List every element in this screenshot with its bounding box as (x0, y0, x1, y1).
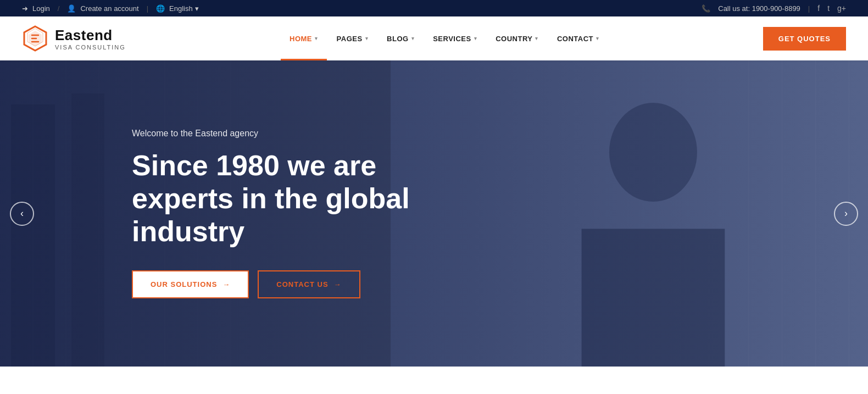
login-icon: ➜ (22, 4, 28, 13)
hero-buttons: OUR SOLUTIONS → CONTACT US → (132, 270, 429, 298)
nav-item-services[interactable]: SERVICES ▾ (424, 16, 486, 60)
language-label: English (169, 4, 193, 13)
our-solutions-button[interactable]: OUR SOLUTIONS → (132, 270, 249, 298)
globe-icon: 🌐 (156, 4, 165, 13)
twitter-icon[interactable]: t (827, 4, 830, 13)
topbar-left: ➜ Login / 👤 Create an account | 🌐 Englis… (22, 4, 199, 13)
nav-item-blog[interactable]: BLOG ▾ (378, 16, 423, 60)
login-link[interactable]: Login (32, 4, 50, 13)
nav-menu: HOME ▾ PAGES ▾ BLOG ▾ SERVICES ▾ COUNTRY… (281, 16, 608, 60)
topbar-divider3: | (808, 4, 810, 13)
blog-arrow-icon: ▾ (411, 36, 415, 41)
logo-icon (22, 25, 48, 52)
topbar-divider2: | (147, 4, 148, 13)
prev-arrow-icon: ‹ (20, 208, 24, 219)
contact-arrow-icon: ▾ (596, 36, 599, 41)
nav-item-country[interactable]: COUNTRY ▾ (487, 16, 547, 60)
nav-item-home[interactable]: HOME ▾ (281, 16, 327, 60)
services-arrow-icon: ▾ (474, 36, 477, 41)
google-plus-icon[interactable]: g+ (837, 4, 846, 13)
create-account-link[interactable]: Create an account (80, 4, 138, 13)
phone-number: Call us at: 1900-900-8899 (718, 4, 800, 13)
hero-section: Welcome to the Eastend agency Since 1980… (0, 60, 868, 367)
phone-icon: 📞 (702, 4, 710, 13)
carousel-next-button[interactable]: › (834, 202, 858, 226)
hero-subtitle: Welcome to the Eastend agency (132, 129, 429, 138)
logo-name: Eastend (55, 27, 126, 44)
home-arrow-icon: ▾ (315, 36, 318, 41)
facebook-icon[interactable]: f (817, 4, 820, 13)
solutions-arrow-icon: → (222, 280, 230, 288)
user-icon: 👤 (67, 4, 76, 13)
carousel-prev-button[interactable]: ‹ (10, 202, 34, 226)
logo[interactable]: Eastend VISA CONSULTING (22, 25, 126, 52)
nav-item-contact[interactable]: CONTACT ▾ (548, 16, 608, 60)
logo-subtitle: VISA CONSULTING (55, 44, 126, 51)
language-selector[interactable]: English ▾ (169, 4, 199, 13)
topbar: ➜ Login / 👤 Create an account | 🌐 Englis… (0, 0, 868, 16)
topbar-right: 📞 Call us at: 1900-900-8899 | f t g+ (702, 4, 846, 13)
pages-arrow-icon: ▾ (365, 36, 369, 41)
contact-arrow-icon: → (334, 280, 342, 288)
logo-text: Eastend VISA CONSULTING (55, 27, 126, 51)
country-arrow-icon: ▾ (535, 36, 538, 41)
lang-arrow-icon: ▾ (195, 4, 199, 13)
get-quotes-button[interactable]: GET QUOTES (763, 27, 846, 51)
topbar-divider1: / (58, 4, 60, 13)
next-arrow-icon: › (844, 208, 848, 219)
nav-item-pages[interactable]: PAGES ▾ (328, 16, 377, 60)
hero-content: Welcome to the Eastend agency Since 1980… (0, 129, 429, 298)
navbar: Eastend VISA CONSULTING HOME ▾ PAGES ▾ B… (0, 16, 868, 60)
contact-us-button[interactable]: CONTACT US → (258, 270, 360, 298)
hero-title: Since 1980 we are experts in the global … (132, 149, 429, 248)
